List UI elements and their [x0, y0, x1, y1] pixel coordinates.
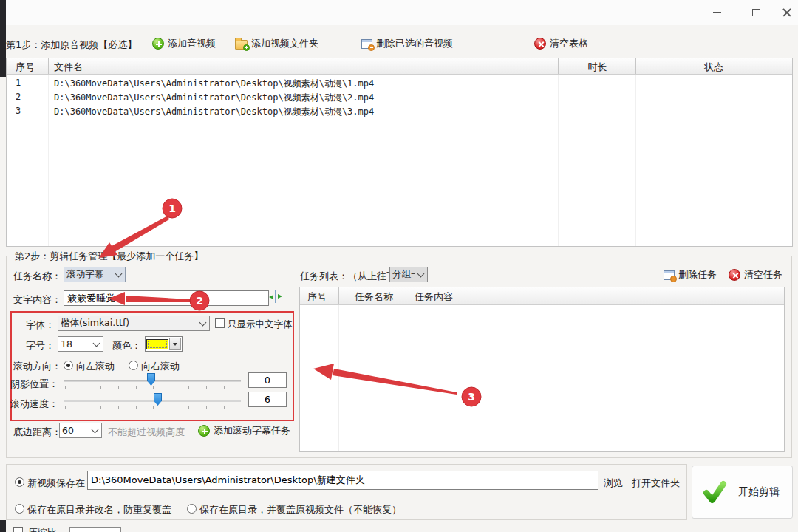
bottom-margin-hint: 不能超过视频高度: [108, 426, 185, 439]
chevron-down-icon: [115, 270, 123, 277]
folder-add-icon: [235, 40, 248, 50]
delete-selected-label: 删除已选的音视频: [376, 37, 453, 50]
font-select[interactable]: 楷体(simkai.ttf): [58, 316, 210, 331]
compression-checkbox[interactable]: [13, 527, 23, 532]
start-editing-button[interactable]: 开始剪辑: [692, 466, 793, 519]
file-table: 序号 文件名 时长 状态 1 D:\360MoveData\Users\Admi…: [6, 58, 793, 247]
delete-window-icon: [664, 270, 675, 280]
clear-tasks-button[interactable]: 清空任务: [729, 268, 782, 282]
column-header-filename[interactable]: 文件名: [54, 61, 83, 74]
color-dropdown-button[interactable]: [169, 338, 181, 350]
clear-table-button[interactable]: 清空表格: [534, 37, 588, 50]
scroll-speed-label: 滚动速度：: [10, 398, 58, 411]
delete-selected-button[interactable]: 删除已选的音视频: [361, 37, 453, 50]
chevron-down-icon: [92, 426, 99, 433]
save-overwrite-label: 保存在原目录，并覆盖原视频文件（不能恢复）: [200, 503, 401, 516]
column-header-task-index[interactable]: 序号: [307, 290, 327, 304]
maximize-icon: [752, 9, 760, 16]
step1-title: 第1步：添加原音视频【必选】: [6, 38, 137, 52]
font-label: 字体：: [10, 318, 55, 332]
add-video-folder-label: 添加视频文件夹: [251, 37, 318, 50]
delete-task-button[interactable]: 删除任务: [664, 268, 717, 282]
add-circle-icon: [152, 38, 164, 50]
chevron-down-icon: [200, 318, 207, 326]
save-rename-radio[interactable]: [15, 504, 24, 514]
green-check-icon: [701, 479, 728, 505]
desktop-edge-bottom: [0, 520, 6, 532]
chevron-down-icon: [417, 270, 425, 277]
text-content-input[interactable]: [64, 290, 269, 306]
task-name-value: 滚动字幕: [66, 268, 113, 281]
compression-select[interactable]: [69, 527, 121, 532]
row-index: 3: [16, 106, 21, 116]
column-header-index[interactable]: 序号: [16, 61, 35, 74]
close-button[interactable]: [776, 4, 798, 21]
save-overwrite-radio[interactable]: [187, 504, 197, 514]
scroll-right-radio[interactable]: [129, 361, 138, 370]
add-audio-video-button[interactable]: 添加音视频: [152, 37, 216, 50]
column-header-task-content[interactable]: 任务内容: [415, 290, 453, 304]
column-header-status[interactable]: 状态: [636, 61, 791, 74]
font-size-label: 字号：: [10, 339, 55, 352]
font-value: 楷体(simkai.ttf): [61, 317, 197, 330]
minimize-button[interactable]: [706, 4, 728, 21]
step2-title: 第2步：剪辑任务管理【最少添加一个任务】: [12, 250, 206, 263]
only-chinese-fonts-label: 只显示中文字体: [228, 318, 293, 331]
bottom-partial-row: 压缩比: [10, 525, 202, 532]
bottom-margin-value: 60: [62, 425, 89, 436]
app-window: 第1步：添加原音视频【必选】 添加音视频 添加视频文件夹 删除已选的音视频 清空…: [0, 0, 798, 532]
delete-window-icon: [361, 39, 372, 49]
row-index: 2: [16, 92, 21, 102]
refresh-icon: [275, 290, 276, 303]
column-header-duration[interactable]: 时长: [559, 61, 636, 74]
delete-task-label: 删除任务: [678, 268, 717, 282]
clear-circle-icon: [534, 38, 546, 50]
compression-label: 压缩比: [28, 526, 57, 532]
group-value: 分组一: [392, 268, 415, 281]
color-swatch: [146, 339, 168, 349]
font-size-value: 18: [61, 338, 91, 349]
column-header-task-name[interactable]: 任务名称: [339, 290, 409, 304]
save-path-input[interactable]: [87, 471, 598, 490]
save-rename-label: 保存在原目录并改名，防重复覆盖: [27, 503, 171, 516]
open-folder-button[interactable]: 打开文件夹: [632, 477, 680, 490]
clear-table-label: 清空表格: [550, 37, 588, 50]
save-to-label: 新视频保存在：: [27, 477, 95, 490]
start-editing-label: 开始剪辑: [738, 485, 780, 499]
row-index: 1: [16, 78, 21, 88]
add-task-label: 添加滚动字幕任务: [214, 424, 290, 437]
font-size-select[interactable]: 18: [58, 336, 103, 352]
task-table-header: 序号 任务名称 任务内容: [300, 287, 784, 305]
refresh-text-button[interactable]: [275, 291, 276, 302]
add-scrolling-subtitle-task-button[interactable]: 添加滚动字幕任务: [198, 424, 290, 437]
bottom-margin-label: 底边距离：: [13, 426, 61, 439]
text-content-label: 文字内容：: [13, 293, 61, 307]
add-circle-icon: [198, 425, 210, 437]
bottom-margin-select[interactable]: 60: [59, 423, 102, 438]
only-chinese-fonts-checkbox[interactable]: [215, 318, 225, 328]
title-bar: [0, 0, 798, 25]
task-name-label: 任务名称：: [13, 270, 61, 283]
scroll-right-label: 向右滚动: [141, 360, 180, 373]
scroll-left-radio[interactable]: [64, 361, 73, 370]
add-video-folder-button[interactable]: 添加视频文件夹: [235, 37, 318, 50]
chevron-down-icon: [93, 339, 100, 347]
file-table-header: 序号 文件名 时长 状态: [7, 58, 792, 75]
shadow-value-input[interactable]: [248, 372, 287, 388]
add-audio-video-label: 添加音视频: [168, 37, 216, 50]
speed-slider-ticks: [65, 406, 242, 409]
maximize-button[interactable]: [745, 4, 767, 21]
scroll-direction-label: 滚动方向：: [13, 360, 61, 373]
desktop-edge-top: [0, 0, 6, 77]
task-name-select[interactable]: 滚动字幕: [64, 267, 126, 282]
group-select[interactable]: 分组一: [389, 267, 428, 282]
triangle-down-icon: [173, 343, 177, 346]
shadow-slider-ticks: [65, 386, 242, 389]
browse-button[interactable]: 浏览: [604, 477, 623, 490]
speed-value-input[interactable]: [248, 392, 287, 407]
speed-slider-track[interactable]: [64, 400, 241, 402]
clear-circle-icon: [729, 269, 740, 281]
color-picker[interactable]: [145, 336, 183, 352]
color-label: 颜色：: [112, 339, 141, 352]
save-to-new-folder-radio[interactable]: [15, 477, 24, 487]
